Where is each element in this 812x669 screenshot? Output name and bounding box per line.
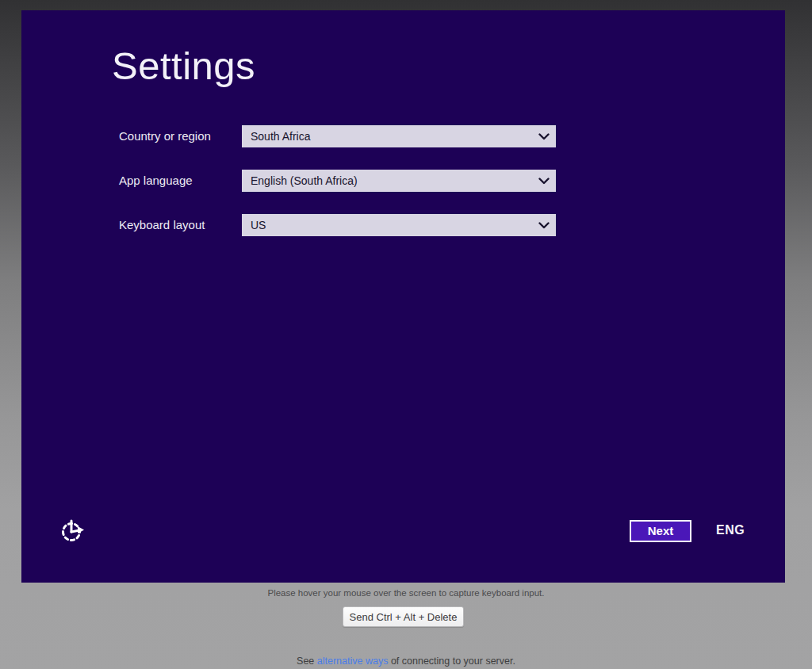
keyboard-layout-select[interactable]: US — [242, 214, 556, 236]
connect-text-prefix: See — [297, 656, 317, 667]
chevron-down-icon — [532, 133, 556, 140]
keyboard-layout-value: US — [242, 219, 532, 231]
ease-of-access-icon[interactable] — [59, 515, 86, 547]
language-indicator[interactable]: ENG — [716, 523, 764, 537]
country-region-value: South Africa — [242, 130, 532, 143]
country-region-select[interactable]: South Africa — [242, 125, 556, 147]
app-language-value: English (South Africa) — [242, 174, 532, 187]
app-language-label: App language — [119, 170, 238, 192]
connect-text-suffix: of connecting to your server. — [388, 656, 515, 667]
chevron-down-icon — [532, 222, 556, 229]
country-region-label: Country or region — [119, 125, 238, 147]
remote-console-screen[interactable]: Settings Country or region South Africa … — [21, 10, 785, 583]
country-region-row: Country or region South Africa — [21, 125, 785, 147]
next-button[interactable]: Next — [630, 520, 691, 542]
alternative-connect-text: See alternative ways of connecting to yo… — [0, 656, 812, 667]
page-title: Settings — [112, 44, 255, 88]
alternative-ways-link[interactable]: alternative ways — [317, 656, 389, 667]
send-ctrl-alt-delete-button[interactable]: Send Ctrl + Alt + Delete — [343, 606, 464, 627]
keyboard-layout-row: Keyboard layout US — [21, 214, 785, 236]
capture-hint-text: Please hover your mouse over the screen … — [0, 588, 812, 598]
keyboard-layout-label: Keyboard layout — [119, 214, 238, 236]
chevron-down-icon — [532, 178, 556, 185]
app-language-select[interactable]: English (South Africa) — [242, 170, 556, 192]
app-language-row: App language English (South Africa) — [21, 170, 785, 192]
